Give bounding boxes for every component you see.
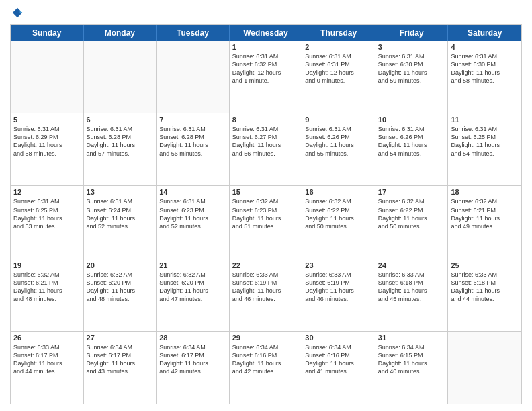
empty-cell-0-1 — [84, 41, 157, 113]
day-cell-5: 5Sunrise: 6:31 AM Sunset: 6:29 PM Daylig… — [11, 113, 84, 185]
day-cell-16: 16Sunrise: 6:32 AM Sunset: 6:22 PM Dayli… — [302, 186, 375, 258]
day-cell-21: 21Sunrise: 6:32 AM Sunset: 6:20 PM Dayli… — [157, 259, 230, 331]
day-number-21: 21 — [159, 261, 226, 269]
week-row-1: 1Sunrise: 6:31 AM Sunset: 6:32 PM Daylig… — [11, 41, 521, 113]
day-info-20: Sunrise: 6:32 AM Sunset: 6:20 PM Dayligh… — [87, 271, 154, 304]
day-number-3: 3 — [378, 43, 445, 51]
day-info-6: Sunrise: 6:31 AM Sunset: 6:28 PM Dayligh… — [87, 125, 154, 158]
day-cell-1: 1Sunrise: 6:31 AM Sunset: 6:32 PM Daylig… — [230, 41, 303, 113]
day-number-5: 5 — [13, 116, 81, 124]
day-info-29: Sunrise: 6:34 AM Sunset: 6:16 PM Dayligh… — [232, 343, 300, 376]
day-info-14: Sunrise: 6:31 AM Sunset: 6:23 PM Dayligh… — [159, 197, 226, 230]
day-info-26: Sunrise: 6:33 AM Sunset: 6:17 PM Dayligh… — [13, 343, 81, 376]
day-cell-25: 25Sunrise: 6:33 AM Sunset: 6:18 PM Dayli… — [448, 259, 521, 331]
day-number-16: 16 — [305, 188, 372, 196]
day-cell-4: 4Sunrise: 6:31 AM Sunset: 6:30 PM Daylig… — [448, 41, 521, 113]
day-number-31: 31 — [378, 334, 445, 342]
day-cell-30: 30Sunrise: 6:34 AM Sunset: 6:16 PM Dayli… — [302, 332, 375, 404]
day-cell-24: 24Sunrise: 6:33 AM Sunset: 6:18 PM Dayli… — [375, 259, 449, 331]
day-number-10: 10 — [378, 116, 445, 124]
day-number-11: 11 — [451, 116, 519, 124]
day-cell-3: 3Sunrise: 6:31 AM Sunset: 6:30 PM Daylig… — [375, 41, 449, 113]
calendar: Sunday Monday Tuesday Wednesday Thursday… — [10, 24, 522, 404]
day-info-27: Sunrise: 6:34 AM Sunset: 6:17 PM Dayligh… — [87, 343, 154, 376]
week-row-5: 26Sunrise: 6:33 AM Sunset: 6:17 PM Dayli… — [11, 332, 521, 404]
day-number-28: 28 — [159, 334, 226, 342]
day-cell-18: 18Sunrise: 6:32 AM Sunset: 6:21 PM Dayli… — [448, 186, 521, 258]
day-number-9: 9 — [305, 116, 372, 124]
day-cell-22: 22Sunrise: 6:33 AM Sunset: 6:19 PM Dayli… — [230, 259, 303, 331]
day-info-3: Sunrise: 6:31 AM Sunset: 6:30 PM Dayligh… — [378, 52, 445, 85]
day-cell-7: 7Sunrise: 6:31 AM Sunset: 6:28 PM Daylig… — [157, 113, 230, 185]
header-saturday: Saturday — [448, 25, 521, 41]
day-number-13: 13 — [87, 188, 154, 196]
day-number-20: 20 — [87, 261, 154, 269]
day-info-19: Sunrise: 6:32 AM Sunset: 6:21 PM Dayligh… — [13, 271, 81, 304]
day-info-1: Sunrise: 6:31 AM Sunset: 6:32 PM Dayligh… — [232, 52, 300, 85]
day-number-2: 2 — [305, 43, 372, 51]
header-sunday: Sunday — [11, 25, 84, 41]
day-cell-27: 27Sunrise: 6:34 AM Sunset: 6:17 PM Dayli… — [84, 332, 157, 404]
day-cell-26: 26Sunrise: 6:33 AM Sunset: 6:17 PM Dayli… — [11, 332, 84, 404]
week-row-4: 19Sunrise: 6:32 AM Sunset: 6:21 PM Dayli… — [11, 259, 521, 332]
day-cell-31: 31Sunrise: 6:34 AM Sunset: 6:15 PM Dayli… — [375, 332, 449, 404]
day-info-23: Sunrise: 6:33 AM Sunset: 6:19 PM Dayligh… — [305, 271, 372, 304]
day-number-30: 30 — [305, 334, 372, 342]
day-info-11: Sunrise: 6:31 AM Sunset: 6:25 PM Dayligh… — [451, 125, 519, 158]
day-number-14: 14 — [159, 188, 226, 196]
day-cell-23: 23Sunrise: 6:33 AM Sunset: 6:19 PM Dayli… — [302, 259, 375, 331]
header-tuesday: Tuesday — [157, 25, 230, 41]
day-cell-13: 13Sunrise: 6:31 AM Sunset: 6:24 PM Dayli… — [84, 186, 157, 258]
day-cell-19: 19Sunrise: 6:32 AM Sunset: 6:21 PM Dayli… — [11, 259, 84, 331]
logo — [10, 7, 24, 19]
day-number-25: 25 — [451, 261, 519, 269]
day-info-18: Sunrise: 6:32 AM Sunset: 6:21 PM Dayligh… — [451, 197, 519, 230]
day-number-17: 17 — [378, 188, 445, 196]
day-cell-29: 29Sunrise: 6:34 AM Sunset: 6:16 PM Dayli… — [230, 332, 303, 404]
day-info-30: Sunrise: 6:34 AM Sunset: 6:16 PM Dayligh… — [305, 343, 372, 376]
day-cell-14: 14Sunrise: 6:31 AM Sunset: 6:23 PM Dayli… — [157, 186, 230, 258]
day-info-5: Sunrise: 6:31 AM Sunset: 6:29 PM Dayligh… — [13, 125, 81, 158]
day-number-24: 24 — [378, 261, 445, 269]
header-wednesday: Wednesday — [230, 25, 303, 41]
day-number-1: 1 — [232, 43, 300, 51]
day-info-9: Sunrise: 6:31 AM Sunset: 6:26 PM Dayligh… — [305, 125, 372, 158]
day-number-15: 15 — [232, 188, 300, 196]
day-info-2: Sunrise: 6:31 AM Sunset: 6:31 PM Dayligh… — [305, 52, 372, 85]
day-cell-15: 15Sunrise: 6:32 AM Sunset: 6:23 PM Dayli… — [230, 186, 303, 258]
day-cell-2: 2Sunrise: 6:31 AM Sunset: 6:31 PM Daylig… — [302, 41, 375, 113]
day-number-18: 18 — [451, 188, 519, 196]
day-number-12: 12 — [13, 188, 81, 196]
day-number-27: 27 — [87, 334, 154, 342]
page-header — [10, 7, 522, 19]
day-cell-28: 28Sunrise: 6:34 AM Sunset: 6:17 PM Dayli… — [157, 332, 230, 404]
day-cell-17: 17Sunrise: 6:32 AM Sunset: 6:22 PM Dayli… — [375, 186, 449, 258]
day-number-22: 22 — [232, 261, 300, 269]
day-number-29: 29 — [232, 334, 300, 342]
header-monday: Monday — [84, 25, 157, 41]
day-number-23: 23 — [305, 261, 372, 269]
day-number-6: 6 — [87, 116, 154, 124]
day-cell-20: 20Sunrise: 6:32 AM Sunset: 6:20 PM Dayli… — [84, 259, 157, 331]
page-container: Sunday Monday Tuesday Wednesday Thursday… — [0, 0, 532, 411]
day-number-26: 26 — [13, 334, 81, 342]
empty-cell-4-6 — [448, 332, 521, 404]
day-info-25: Sunrise: 6:33 AM Sunset: 6:18 PM Dayligh… — [451, 271, 519, 304]
day-info-28: Sunrise: 6:34 AM Sunset: 6:17 PM Dayligh… — [159, 343, 226, 376]
day-info-12: Sunrise: 6:31 AM Sunset: 6:25 PM Dayligh… — [13, 197, 81, 230]
day-info-22: Sunrise: 6:33 AM Sunset: 6:19 PM Dayligh… — [232, 271, 300, 304]
day-info-16: Sunrise: 6:32 AM Sunset: 6:22 PM Dayligh… — [305, 197, 372, 230]
empty-cell-0-0 — [11, 41, 84, 113]
day-info-17: Sunrise: 6:32 AM Sunset: 6:22 PM Dayligh… — [378, 197, 445, 230]
day-info-15: Sunrise: 6:32 AM Sunset: 6:23 PM Dayligh… — [232, 197, 300, 230]
calendar-header: Sunday Monday Tuesday Wednesday Thursday… — [11, 25, 521, 41]
empty-cell-0-2 — [157, 41, 230, 113]
day-info-13: Sunrise: 6:31 AM Sunset: 6:24 PM Dayligh… — [87, 197, 154, 230]
header-thursday: Thursday — [302, 25, 375, 41]
day-cell-10: 10Sunrise: 6:31 AM Sunset: 6:26 PM Dayli… — [375, 113, 449, 185]
day-info-7: Sunrise: 6:31 AM Sunset: 6:28 PM Dayligh… — [159, 125, 226, 158]
day-cell-8: 8Sunrise: 6:31 AM Sunset: 6:27 PM Daylig… — [230, 113, 303, 185]
calendar-body: 1Sunrise: 6:31 AM Sunset: 6:32 PM Daylig… — [11, 41, 521, 404]
day-number-7: 7 — [159, 116, 226, 124]
logo-icon — [11, 7, 24, 19]
